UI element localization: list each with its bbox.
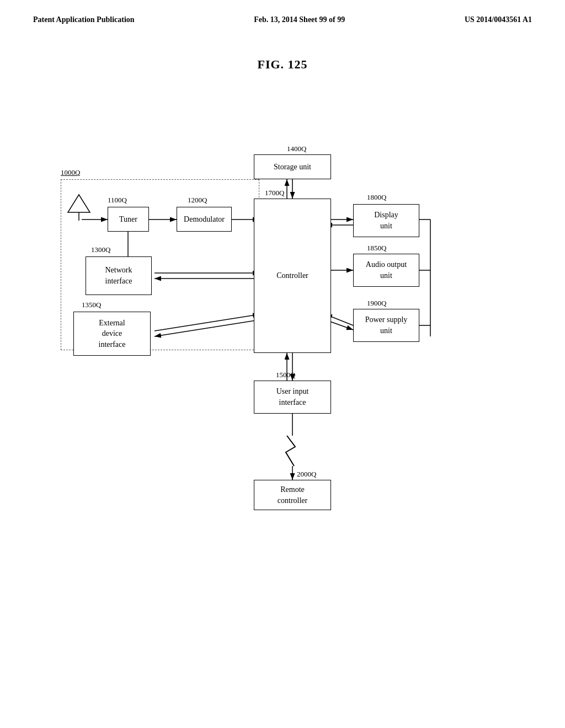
label-1800q: 1800Q	[367, 193, 386, 202]
remote-controller-box: Remote controller	[254, 480, 331, 510]
label-1350q: 1350Q	[82, 301, 101, 310]
tuner-box: Tuner	[108, 207, 149, 232]
diagram-area: 1000Q Tuner 1100Q Demodulator 1200Q Netw…	[0, 83, 565, 689]
user-input-box: User input interface	[254, 381, 331, 414]
label-1850q: 1850Q	[367, 244, 386, 253]
label-1900q: 1900Q	[367, 299, 386, 308]
audio-output-box: Audio output unit	[353, 254, 419, 287]
header-right: US 2014/0043561 A1	[465, 15, 532, 24]
label-1500q: 1500Q	[276, 371, 295, 380]
figure-title: FIG. 125	[0, 57, 565, 72]
antenna-symbol	[65, 190, 93, 221]
label-1300q: 1300Q	[91, 245, 110, 255]
storage-unit-box: Storage unit	[254, 154, 331, 179]
demodulator-box: Demodulator	[177, 207, 232, 232]
header-middle: Feb. 13, 2014 Sheet 99 of 99	[254, 15, 345, 24]
label-1000q: 1000Q	[61, 168, 80, 178]
controller-box: Controller	[254, 199, 331, 353]
label-1100q: 1100Q	[108, 196, 127, 205]
display-unit-box: Display unit	[353, 204, 419, 237]
label-2000q: 2000Q	[297, 470, 316, 479]
label-1200q: 1200Q	[188, 196, 207, 205]
page-header: Patent Application Publication Feb. 13, …	[0, 0, 565, 24]
power-supply-box: Power supply unit	[353, 309, 419, 342]
svg-marker-26	[68, 195, 90, 212]
header-left: Patent Application Publication	[33, 15, 135, 24]
label-1400q: 1400Q	[287, 144, 306, 154]
external-device-box: External device interface	[73, 312, 151, 356]
label-1700q: 1700Q	[265, 189, 284, 198]
network-interface-box: Network interface	[86, 256, 152, 295]
